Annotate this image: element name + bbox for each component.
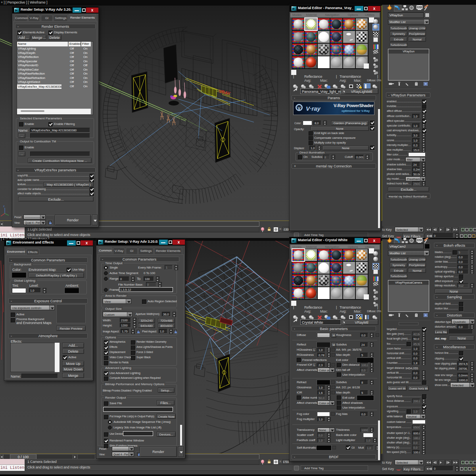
svg-text:z: z xyxy=(3,205,5,207)
